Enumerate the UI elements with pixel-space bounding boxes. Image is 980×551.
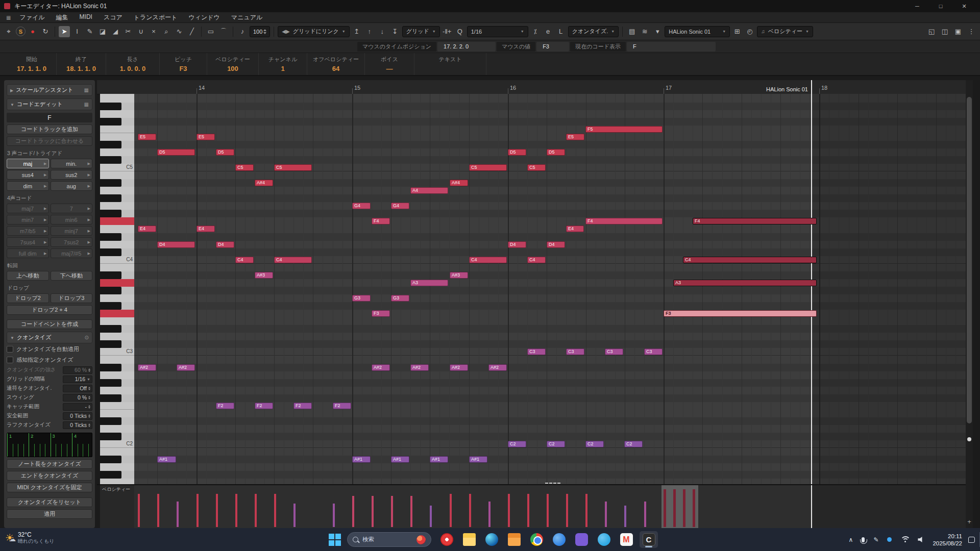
- split-tool[interactable]: ✂: [122, 26, 134, 37]
- key-row[interactable]: [100, 118, 134, 126]
- param-value[interactable]: -: [63, 403, 92, 411]
- midi-note-A#3[interactable]: A#3: [255, 272, 273, 279]
- notification-icon[interactable]: [968, 537, 975, 543]
- midi-note-A#1[interactable]: A#1: [469, 456, 487, 463]
- marquee[interactable]: ▭: [205, 26, 216, 37]
- key-row[interactable]: [100, 479, 134, 484]
- midi-note-C5[interactable]: C5: [469, 164, 507, 171]
- info-value[interactable]: 1: [281, 65, 284, 72]
- black-key[interactable]: [100, 287, 121, 294]
- tetrad-button-maj7/#5[interactable]: maj7/#5▶: [51, 248, 93, 258]
- velocity-bar[interactable]: [566, 494, 568, 527]
- taskbar-app-file-explorer[interactable]: [460, 531, 478, 548]
- black-key[interactable]: [100, 417, 121, 425]
- param-value[interactable]: 0 Ticks: [63, 421, 92, 429]
- velocity-bar[interactable]: [157, 494, 159, 527]
- key-row[interactable]: [100, 463, 134, 471]
- midi-note-A#2[interactable]: A#2: [138, 364, 156, 371]
- key-row[interactable]: [100, 471, 134, 479]
- param-value[interactable]: 60 %: [63, 366, 92, 374]
- taskbar-app-gmail[interactable]: M: [617, 531, 635, 548]
- vertical-scrollbar[interactable]: +: [966, 80, 973, 528]
- key-row[interactable]: [100, 148, 134, 156]
- key-row[interactable]: [100, 187, 134, 194]
- key-row[interactable]: C2: [100, 440, 134, 448]
- quantize-button-MIDI クオンタイズを固定[interactable]: MIDI クオンタイズを固定: [7, 483, 92, 492]
- black-key[interactable]: [100, 325, 121, 333]
- mute-tool[interactable]: ×: [148, 26, 159, 37]
- midi-note-A#1[interactable]: A#1: [157, 456, 176, 463]
- key-row[interactable]: [100, 433, 134, 440]
- black-key[interactable]: [100, 302, 121, 310]
- menu-MIDI[interactable]: MIDI: [74, 13, 98, 22]
- key-row[interactable]: [100, 325, 134, 333]
- midi-note-F3[interactable]: F3: [372, 310, 390, 317]
- midi-note-A#4[interactable]: A#4: [255, 180, 273, 186]
- midi-note-C5[interactable]: C5: [274, 164, 312, 171]
- info-value[interactable]: 18. 1. 1. 0: [66, 65, 96, 72]
- midi-note-A#2[interactable]: A#2: [488, 364, 507, 371]
- key-row[interactable]: [100, 141, 134, 148]
- trim-tool[interactable]: ◢: [110, 26, 121, 37]
- info-value[interactable]: 1. 0. 0. 0: [120, 65, 146, 72]
- triad-button-maj[interactable]: maj▶: [7, 159, 49, 168]
- param-value[interactable]: Off: [63, 385, 92, 392]
- triad-button-min.[interactable]: min.▶: [51, 159, 93, 168]
- key-row[interactable]: [100, 248, 134, 256]
- taskbar-clock[interactable]: 20:112025/08/22: [933, 533, 962, 547]
- move-top-button[interactable]: ↥: [351, 26, 362, 37]
- key-row[interactable]: [100, 394, 134, 402]
- key-row[interactable]: [100, 287, 134, 294]
- velocity-bar[interactable]: [527, 494, 529, 527]
- key-row[interactable]: [100, 417, 134, 425]
- tetrad-button-7[interactable]: 7▶: [51, 204, 93, 213]
- auto-apply-checkbox[interactable]: [7, 346, 13, 353]
- taskbar-app-edge[interactable]: [482, 531, 501, 548]
- midi-note-F2[interactable]: F2: [293, 403, 312, 409]
- zoom-tool[interactable]: ⌕: [161, 26, 172, 37]
- key-row[interactable]: [100, 217, 134, 225]
- key-row[interactable]: [100, 402, 134, 410]
- midi-note-C4[interactable]: C4: [274, 257, 312, 263]
- velocity-bar[interactable]: [585, 494, 587, 527]
- black-key[interactable]: [100, 471, 121, 479]
- velocity-bar[interactable]: [235, 494, 237, 527]
- key-row[interactable]: [100, 202, 134, 210]
- window-minimize-button[interactable]: ─: [905, 0, 929, 12]
- velocity-bar[interactable]: [372, 496, 374, 527]
- key-row[interactable]: C3: [100, 348, 134, 356]
- triad-button-aug[interactable]: aug▶: [51, 181, 93, 191]
- triad-button-sus4[interactable]: sus4▶: [7, 170, 49, 180]
- drop-button-ドロップ2[interactable]: ドロップ2: [7, 293, 49, 303]
- draw-tool[interactable]: ✎: [84, 26, 95, 37]
- info-value[interactable]: 17. 1. 1. 0: [17, 65, 46, 72]
- midi-note-D4[interactable]: D4: [547, 241, 565, 248]
- section-quantize[interactable]: ▼クオンタイズ⊙: [7, 332, 92, 343]
- midi-note-A#3[interactable]: A#3: [450, 272, 468, 279]
- midi-note-E5[interactable]: E5: [138, 134, 156, 140]
- quantize-button-ノート長をクオンタイズ[interactable]: ノート長をクオンタイズ: [7, 459, 92, 469]
- black-key[interactable]: [100, 379, 121, 387]
- taskbar-app-folder-orange[interactable]: [505, 531, 523, 548]
- start-button[interactable]: [328, 533, 341, 546]
- midi-note-A3[interactable]: A3: [673, 280, 817, 286]
- apply-quantize-button[interactable]: ⁒: [530, 26, 541, 37]
- velocity-bar[interactable]: [469, 494, 471, 527]
- menu-スコア[interactable]: スコア: [98, 13, 128, 22]
- key-row[interactable]: [100, 241, 134, 248]
- window-close-button[interactable]: ✕: [952, 0, 976, 12]
- midi-note-D5[interactable]: D5: [216, 149, 234, 156]
- midi-note-E5[interactable]: E5: [566, 134, 584, 140]
- black-key[interactable]: [100, 179, 121, 187]
- add-chord-track-button[interactable]: コードトラックを追加: [7, 124, 92, 134]
- midi-note-A#4[interactable]: A#4: [450, 180, 468, 186]
- velocity-bar[interactable]: [352, 496, 354, 527]
- window-zone-icon-1[interactable]: ◫: [939, 26, 950, 37]
- midi-note-A#1[interactable]: A#1: [430, 456, 448, 463]
- black-key[interactable]: [100, 364, 121, 371]
- inversion-button-下へ移動[interactable]: 下へ移動: [51, 271, 93, 281]
- midi-note-E4[interactable]: E4: [138, 226, 156, 232]
- tray-chevron-icon[interactable]: ∧: [849, 536, 853, 543]
- key-row[interactable]: [100, 340, 134, 348]
- info-value[interactable]: —: [386, 65, 393, 72]
